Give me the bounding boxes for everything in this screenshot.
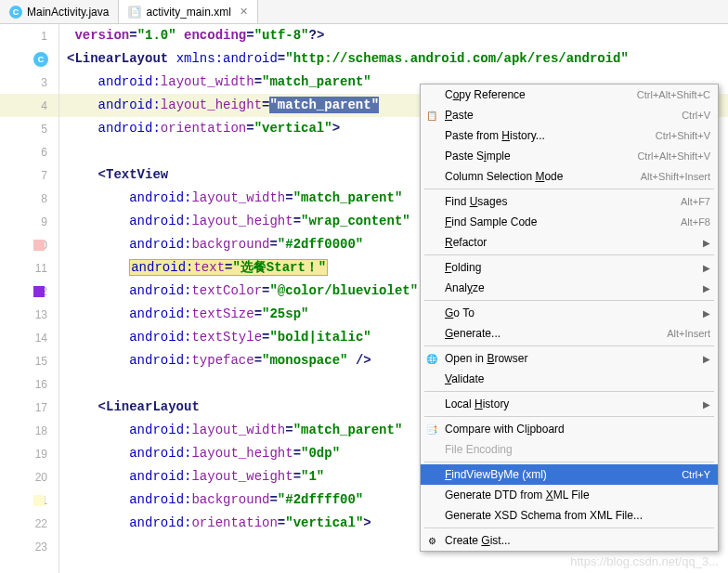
menu-label: Copy Reference bbox=[445, 88, 626, 101]
line-number: 7 bbox=[41, 169, 47, 182]
code-line[interactable]: <LinearLayout xmlns:android="http://sche… bbox=[59, 47, 728, 71]
menu-shortcut: Ctrl+Shift+V bbox=[656, 130, 710, 141]
chevron-right-icon: ▶ bbox=[703, 399, 710, 410]
menu-label: Local History bbox=[445, 397, 703, 410]
line-number: 20 bbox=[35, 471, 47, 484]
menu-label: Generate XSD Schema from XML File... bbox=[445, 509, 710, 522]
menu-label: Create Gist... bbox=[445, 534, 710, 547]
code-line[interactable]: version="1.0" encoding="utf-8"?> bbox=[59, 24, 728, 47]
menu-shortcut: Alt+Insert bbox=[667, 328, 710, 339]
menu-item-find-usages[interactable]: Find UsagesAlt+F7 bbox=[421, 191, 718, 212]
menu-item-local-history[interactable]: Local History▶ bbox=[421, 394, 718, 414]
tab-label: MainActivity.java bbox=[27, 6, 109, 19]
menu-label: Refactor bbox=[445, 236, 703, 249]
line-number: 13 bbox=[35, 308, 47, 321]
chevron-right-icon: ▶ bbox=[703, 238, 710, 248]
chevron-right-icon: ▶ bbox=[703, 283, 710, 293]
menu-label: FindViewByMe (xml) bbox=[445, 468, 670, 481]
menu-item-copy-reference[interactable]: Copy ReferenceCtrl+Alt+Shift+C bbox=[421, 85, 718, 105]
menu-label: File Encoding bbox=[445, 443, 710, 456]
line-number: 19 bbox=[35, 448, 47, 461]
xml-file-icon: 📄 bbox=[128, 6, 141, 19]
color-swatch-icon bbox=[33, 495, 45, 506]
line-number: 16 bbox=[35, 378, 47, 391]
line-number: 4 bbox=[41, 99, 47, 112]
color-swatch-icon bbox=[33, 286, 45, 297]
menu-item-go-to[interactable]: Go To▶ bbox=[421, 303, 718, 323]
menu-shortcut: Alt+Shift+Insert bbox=[641, 171, 710, 182]
line-number: 22 bbox=[35, 517, 47, 530]
compare-icon: 📑 bbox=[425, 423, 438, 436]
menu-item-analyze[interactable]: Analyze▶ bbox=[421, 278, 718, 298]
menu-separator bbox=[424, 391, 714, 392]
line-number: 6 bbox=[41, 146, 47, 159]
menu-label: Find Usages bbox=[445, 195, 670, 208]
line-number: 14 bbox=[35, 332, 47, 345]
menu-label: Paste Simple bbox=[445, 150, 626, 163]
menu-separator bbox=[424, 189, 714, 189]
menu-label: Paste from History... bbox=[445, 129, 644, 142]
menu-label: Folding bbox=[445, 261, 703, 274]
menu-item-generate-dtd-from-xml-file[interactable]: Generate DTD from XML File bbox=[421, 485, 718, 505]
menu-label: Column Selection Mode bbox=[445, 170, 630, 183]
menu-label: Generate... bbox=[445, 327, 656, 340]
chevron-right-icon: ▶ bbox=[703, 354, 710, 364]
menu-item-findviewbyme-xml[interactable]: FindViewByMe (xml)Ctrl+Y bbox=[421, 464, 718, 485]
tab-activitymain[interactable]: 📄 activity_main.xml ✕ bbox=[119, 0, 257, 23]
menu-item-file-encoding: File Encoding bbox=[421, 439, 718, 460]
menu-item-open-in-browser[interactable]: 🌐Open in Browser▶ bbox=[421, 348, 718, 369]
globe-icon: 🌐 bbox=[425, 352, 438, 365]
chevron-right-icon: ▶ bbox=[703, 263, 710, 273]
menu-separator bbox=[424, 345, 714, 346]
line-gutter: 1 2C 3 4 5 6 7 8 9 10 11 12 13 14 15 16 … bbox=[0, 24, 59, 573]
menu-item-folding[interactable]: Folding▶ bbox=[421, 257, 718, 278]
java-class-icon: C bbox=[9, 6, 22, 19]
menu-separator bbox=[424, 416, 714, 417]
line-number: 18 bbox=[35, 424, 47, 437]
menu-item-generate[interactable]: Generate...Alt+Insert bbox=[421, 323, 718, 344]
menu-item-create-gist[interactable]: ⚙Create Gist... bbox=[421, 530, 718, 551]
menu-shortcut: Alt+F7 bbox=[681, 196, 710, 207]
menu-shortcut: Ctrl+Alt+Shift+V bbox=[637, 150, 710, 162]
line-number: 9 bbox=[41, 215, 47, 228]
line-number: 5 bbox=[41, 123, 47, 136]
menu-label: Paste bbox=[445, 109, 670, 122]
editor-tabs: C MainActivity.java 📄 activity_main.xml … bbox=[0, 0, 728, 24]
menu-label: Go To bbox=[445, 306, 703, 319]
line-number: 3 bbox=[41, 76, 47, 89]
menu-shortcut: Ctrl+Y bbox=[682, 469, 710, 480]
menu-separator bbox=[424, 300, 714, 301]
tab-mainactivity[interactable]: C MainActivity.java bbox=[0, 0, 119, 23]
menu-separator bbox=[424, 254, 714, 255]
menu-item-paste[interactable]: 📋PasteCtrl+V bbox=[421, 105, 718, 125]
tab-label: activity_main.xml bbox=[146, 6, 230, 19]
menu-shortcut: Ctrl+V bbox=[682, 110, 710, 121]
color-swatch-icon bbox=[33, 240, 45, 251]
class-marker-icon: C bbox=[33, 52, 48, 67]
line-number: 17 bbox=[35, 401, 47, 414]
line-number: 8 bbox=[41, 192, 47, 205]
clipboard-icon: 📋 bbox=[425, 109, 438, 122]
line-number: 23 bbox=[35, 540, 47, 553]
menu-separator bbox=[424, 527, 714, 528]
menu-label: Open in Browser bbox=[445, 352, 703, 365]
line-number: 15 bbox=[35, 355, 47, 368]
menu-label: Analyze bbox=[445, 281, 703, 294]
menu-label: Find Sample Code bbox=[445, 215, 670, 228]
menu-item-column-selection-mode[interactable]: Column Selection ModeAlt+Shift+Insert bbox=[421, 166, 718, 187]
menu-item-paste-from-history[interactable]: Paste from History...Ctrl+Shift+V bbox=[421, 125, 718, 146]
line-number: 1 bbox=[41, 30, 47, 43]
menu-label: Compare with Clipboard bbox=[445, 423, 710, 436]
menu-item-compare-with-clipboard[interactable]: 📑Compare with Clipboard bbox=[421, 419, 718, 439]
chevron-right-icon: ▶ bbox=[703, 308, 710, 319]
menu-item-generate-xsd-schema-from-xml-file[interactable]: Generate XSD Schema from XML File... bbox=[421, 505, 718, 526]
menu-item-refactor[interactable]: Refactor▶ bbox=[421, 232, 718, 253]
menu-item-find-sample-code[interactable]: Find Sample CodeAlt+F8 bbox=[421, 212, 718, 232]
menu-label: Generate DTD from XML File bbox=[445, 488, 710, 501]
close-icon[interactable]: ✕ bbox=[240, 6, 248, 18]
menu-item-validate[interactable]: Validate bbox=[421, 369, 718, 389]
menu-item-paste-simple[interactable]: Paste SimpleCtrl+Alt+Shift+V bbox=[421, 146, 718, 166]
menu-label: Validate bbox=[445, 372, 710, 385]
gist-icon: ⚙ bbox=[425, 534, 438, 547]
menu-separator bbox=[424, 462, 714, 462]
